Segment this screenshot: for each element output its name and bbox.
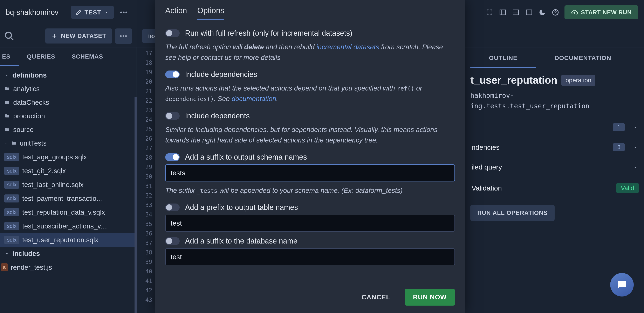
option-schema-suffix: Add a suffix to output schema names: [165, 150, 455, 164]
line-number: 29: [137, 162, 156, 172]
file-tree: definitions analytics dataChecks product…: [0, 66, 136, 276]
help-icon[interactable]: [551, 8, 560, 17]
toggle-database-suffix[interactable]: [165, 237, 180, 245]
rightpanel-tabs: OUTLINE DOCUMENTATION: [470, 48, 640, 68]
line-number: 41: [137, 276, 156, 286]
chevron-down-icon: [632, 144, 639, 151]
file-item-selected[interactable]: sqlx test_user_reputation.sqlx: [0, 233, 136, 247]
new-dataset-button[interactable]: NEW DATASET: [45, 29, 112, 44]
file-name: test_last_online.sqlx: [22, 181, 84, 189]
line-number: 23: [137, 106, 156, 115]
file-item[interactable]: sqlx test_git_2.sqlx: [0, 164, 136, 178]
tab-files[interactable]: ES: [0, 48, 19, 66]
chevron-down-icon: [4, 141, 8, 145]
option-help: The suffix _tests will be appended to yo…: [165, 181, 455, 200]
line-number: 36: [137, 229, 156, 238]
right-panel: OUTLINE DOCUMENTATION t_user_reputation …: [466, 48, 644, 313]
option-full-refresh: Run with full refresh (only for incremen…: [165, 26, 455, 41]
count-badge: 3: [613, 143, 625, 151]
file-item[interactable]: sqlx test_last_online.sqlx: [0, 178, 136, 192]
outline-row-dependencies[interactable]: ndencies 3: [470, 137, 640, 157]
panel-bottom-icon[interactable]: [512, 8, 520, 17]
panel-right-icon[interactable]: [525, 8, 533, 17]
file-item[interactable]: sqlx test_age_groups.sqlx: [0, 150, 136, 164]
tab-outline[interactable]: OUTLINE: [470, 48, 536, 68]
file-item[interactable]: sqlx test_reputation_data_v.sqlx: [0, 205, 136, 219]
svg-rect-2: [526, 10, 532, 15]
line-number: 17: [137, 49, 156, 58]
chevron-down-icon: [4, 251, 10, 256]
editor-gutter: 1718192021222324252627282930313233343536…: [137, 48, 156, 313]
file-item[interactable]: s render_test.js: [0, 260, 136, 274]
folder-production[interactable]: production: [0, 109, 136, 123]
svg-point-4: [5, 32, 11, 38]
modal-tab-action[interactable]: Action: [165, 6, 187, 20]
file-name: test_git_2.sqlx: [22, 167, 66, 175]
folder-includes[interactable]: includes: [0, 247, 136, 260]
svg-rect-0: [500, 10, 506, 15]
line-number: 37: [137, 238, 156, 248]
folder-definitions[interactable]: definitions: [0, 69, 136, 82]
fullscreen-icon[interactable]: [485, 8, 494, 17]
plus-icon: [52, 33, 57, 39]
folder-icon: [4, 127, 10, 132]
toggle-table-prefix[interactable]: [165, 203, 180, 211]
incremental-datasets-link[interactable]: incremental datasets: [316, 43, 379, 51]
outline-row-validation: Validation Valid: [470, 177, 640, 199]
option-label: Include dependencies: [185, 70, 257, 79]
modal-footer: CANCEL RUN NOW: [155, 281, 465, 313]
sqlx-badge: sqlx: [4, 208, 19, 216]
folder-datachecks[interactable]: dataChecks: [0, 96, 136, 109]
folder-label: definitions: [12, 71, 47, 79]
outline-title-row: t_user_reputation operation: [470, 68, 640, 90]
folder-icon: [11, 141, 17, 146]
file-name: test_reputation_data_v.sqlx: [22, 208, 105, 216]
outline-row-query[interactable]: iled query: [470, 157, 640, 177]
folder-unittests[interactable]: unitTests: [0, 137, 136, 150]
valid-badge: Valid: [616, 183, 639, 193]
toggle-include-dependents[interactable]: [165, 112, 180, 120]
line-number: 33: [137, 200, 156, 210]
tab-schemas[interactable]: SCHEMAS: [64, 48, 111, 66]
folder-source[interactable]: source: [0, 123, 136, 137]
cancel-button[interactable]: CANCEL: [355, 289, 396, 305]
search-icon[interactable]: [4, 31, 14, 41]
chevron-down-icon: [632, 124, 639, 131]
toggle-include-dependencies[interactable]: [165, 71, 180, 78]
run-now-button[interactable]: RUN NOW: [405, 289, 455, 305]
option-database-suffix: Add a suffix to the database name: [165, 232, 455, 248]
line-number: 34: [137, 210, 156, 219]
documentation-link[interactable]: documentation: [232, 95, 276, 103]
folder-analytics[interactable]: analytics: [0, 82, 136, 96]
theme-toggle-icon[interactable]: [538, 8, 546, 17]
panel-left-icon[interactable]: [498, 8, 507, 17]
line-number: 18: [137, 58, 156, 68]
start-new-run-button[interactable]: START NEW RUN: [564, 5, 638, 19]
file-item[interactable]: sqlx test_payment_transactio...: [0, 192, 136, 205]
database-suffix-input[interactable]: [165, 248, 455, 265]
tab-queries[interactable]: QUERIES: [19, 48, 64, 66]
count-badge: 1: [613, 123, 625, 131]
toggle-full-refresh[interactable]: [165, 29, 180, 37]
line-number: 26: [137, 134, 156, 144]
option-table-prefix: Add a prefix to output table names: [165, 200, 455, 215]
line-number: 39: [137, 257, 156, 267]
folder-label: source: [13, 126, 34, 134]
line-number: 19: [137, 68, 156, 77]
toggle-schema-suffix[interactable]: [165, 153, 180, 161]
modal-body: Run with full refresh (only for incremen…: [155, 20, 465, 281]
folder-label: unitTests: [20, 139, 46, 147]
modal-tab-options[interactable]: Options: [197, 6, 224, 20]
dataset-more-menu[interactable]: •••: [115, 29, 132, 44]
table-prefix-input[interactable]: [165, 215, 455, 232]
outline-row-tags[interactable]: 1: [470, 117, 640, 137]
sidebar-tabs: ES QUERIES SCHEMAS: [0, 48, 136, 66]
run-all-operations-button[interactable]: RUN ALL OPERATIONS: [470, 205, 554, 221]
line-number: 22: [137, 96, 156, 106]
chat-support-button[interactable]: [610, 273, 634, 296]
schema-suffix-input[interactable]: [165, 164, 455, 181]
environment-selector[interactable]: TEST: [71, 6, 114, 19]
tab-documentation[interactable]: DOCUMENTATION: [536, 48, 630, 68]
file-item[interactable]: sqlx test_subscriber_actions_v....: [0, 219, 136, 233]
more-menu[interactable]: •••: [116, 6, 132, 19]
